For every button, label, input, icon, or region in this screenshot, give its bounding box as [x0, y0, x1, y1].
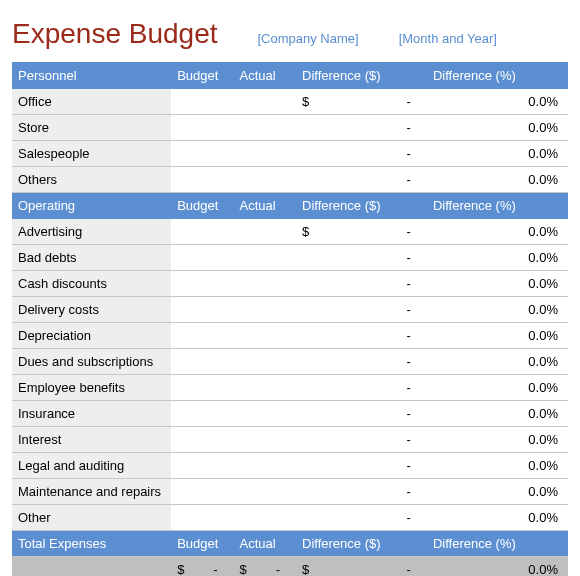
- col-diff-pct: Difference (%): [427, 531, 568, 557]
- col-diff-dollar: Difference ($): [296, 63, 427, 89]
- budget-cell[interactable]: [171, 453, 233, 479]
- actual-cell[interactable]: [234, 167, 296, 193]
- table-row: Maintenance and repairs-0.0%: [12, 479, 568, 505]
- month-year-placeholder[interactable]: [Month and Year]: [399, 31, 497, 46]
- total-actual: $-: [234, 557, 296, 577]
- budget-cell[interactable]: [171, 167, 233, 193]
- actual-cell[interactable]: [234, 141, 296, 167]
- table-row: Office$-0.0%: [12, 89, 568, 115]
- actual-cell[interactable]: [234, 479, 296, 505]
- budget-cell[interactable]: [171, 505, 233, 531]
- budget-cell[interactable]: [171, 401, 233, 427]
- actual-cell[interactable]: [234, 297, 296, 323]
- budget-cell[interactable]: [171, 375, 233, 401]
- diff-dollar-cell: -: [296, 401, 427, 427]
- diff-dollar-cell: -: [296, 375, 427, 401]
- diff-dollar-cell: -: [296, 479, 427, 505]
- diff-dollar-cell: -: [296, 167, 427, 193]
- table-row: Others-0.0%: [12, 167, 568, 193]
- col-actual: Actual: [234, 193, 296, 219]
- diff-pct-cell: 0.0%: [427, 219, 568, 245]
- diff-dollar-cell: -: [296, 505, 427, 531]
- diff-pct-cell: 0.0%: [427, 479, 568, 505]
- table-row: Dues and subscriptions-0.0%: [12, 349, 568, 375]
- diff-pct-cell: 0.0%: [427, 297, 568, 323]
- actual-cell[interactable]: [234, 375, 296, 401]
- actual-cell[interactable]: [234, 401, 296, 427]
- section-header: OperatingBudgetActualDifference ($)Diffe…: [12, 193, 568, 219]
- col-actual: Actual: [234, 63, 296, 89]
- actual-cell[interactable]: [234, 349, 296, 375]
- col-budget: Budget: [171, 531, 233, 557]
- total-row: $-$-$-0.0%: [12, 557, 568, 577]
- diff-pct-cell: 0.0%: [427, 141, 568, 167]
- section-header: PersonnelBudgetActualDifference ($)Diffe…: [12, 63, 568, 89]
- budget-cell[interactable]: [171, 89, 233, 115]
- expense-label: Depreciation: [12, 323, 171, 349]
- diff-pct-cell: 0.0%: [427, 427, 568, 453]
- actual-cell[interactable]: [234, 427, 296, 453]
- budget-cell[interactable]: [171, 219, 233, 245]
- budget-cell[interactable]: [171, 349, 233, 375]
- diff-pct-cell: 0.0%: [427, 167, 568, 193]
- diff-pct-cell: 0.0%: [427, 375, 568, 401]
- expense-label: Dues and subscriptions: [12, 349, 171, 375]
- col-diff-dollar: Difference ($): [296, 193, 427, 219]
- expense-label: Store: [12, 115, 171, 141]
- expense-label: Insurance: [12, 401, 171, 427]
- diff-pct-cell: 0.0%: [427, 401, 568, 427]
- col-diff-pct: Difference (%): [427, 63, 568, 89]
- diff-dollar-cell: -: [296, 349, 427, 375]
- col-diff-pct: Difference (%): [427, 193, 568, 219]
- table-row: Depreciation-0.0%: [12, 323, 568, 349]
- table-row: Delivery costs-0.0%: [12, 297, 568, 323]
- table-row: Legal and auditing-0.0%: [12, 453, 568, 479]
- actual-cell[interactable]: [234, 323, 296, 349]
- actual-cell[interactable]: [234, 245, 296, 271]
- expense-label: Maintenance and repairs: [12, 479, 171, 505]
- expense-label: Bad debts: [12, 245, 171, 271]
- total-diff-pct: 0.0%: [427, 557, 568, 577]
- diff-dollar-cell: -: [296, 453, 427, 479]
- budget-cell[interactable]: [171, 115, 233, 141]
- expense-label: Others: [12, 167, 171, 193]
- budget-cell[interactable]: [171, 141, 233, 167]
- col-budget: Budget: [171, 193, 233, 219]
- actual-cell[interactable]: [234, 505, 296, 531]
- actual-cell[interactable]: [234, 219, 296, 245]
- table-row: Interest-0.0%: [12, 427, 568, 453]
- budget-cell[interactable]: [171, 271, 233, 297]
- actual-cell[interactable]: [234, 89, 296, 115]
- diff-dollar-cell: -: [296, 427, 427, 453]
- diff-dollar-cell: $-: [296, 89, 427, 115]
- total-blank: [12, 557, 171, 577]
- expense-budget-table: PersonnelBudgetActualDifference ($)Diffe…: [12, 62, 568, 576]
- actual-cell[interactable]: [234, 453, 296, 479]
- header: Expense Budget [Company Name] [Month and…: [12, 18, 568, 50]
- table-row: Insurance-0.0%: [12, 401, 568, 427]
- col-actual: Actual: [234, 531, 296, 557]
- table-row: Cash discounts-0.0%: [12, 271, 568, 297]
- expense-label: Interest: [12, 427, 171, 453]
- budget-cell[interactable]: [171, 479, 233, 505]
- budget-cell[interactable]: [171, 245, 233, 271]
- expense-label: Cash discounts: [12, 271, 171, 297]
- budget-cell[interactable]: [171, 427, 233, 453]
- diff-pct-cell: 0.0%: [427, 453, 568, 479]
- budget-cell[interactable]: [171, 323, 233, 349]
- table-row: Employee benefits-0.0%: [12, 375, 568, 401]
- diff-pct-cell: 0.0%: [427, 115, 568, 141]
- diff-dollar-cell: $-: [296, 219, 427, 245]
- diff-dollar-cell: -: [296, 115, 427, 141]
- table-row: Salespeople-0.0%: [12, 141, 568, 167]
- company-name-placeholder[interactable]: [Company Name]: [258, 31, 359, 46]
- budget-cell[interactable]: [171, 297, 233, 323]
- actual-cell[interactable]: [234, 271, 296, 297]
- expense-label: Office: [12, 89, 171, 115]
- expense-label: Legal and auditing: [12, 453, 171, 479]
- actual-cell[interactable]: [234, 115, 296, 141]
- total-budget: $-: [171, 557, 233, 577]
- diff-dollar-cell: -: [296, 297, 427, 323]
- expense-label: Advertising: [12, 219, 171, 245]
- diff-pct-cell: 0.0%: [427, 505, 568, 531]
